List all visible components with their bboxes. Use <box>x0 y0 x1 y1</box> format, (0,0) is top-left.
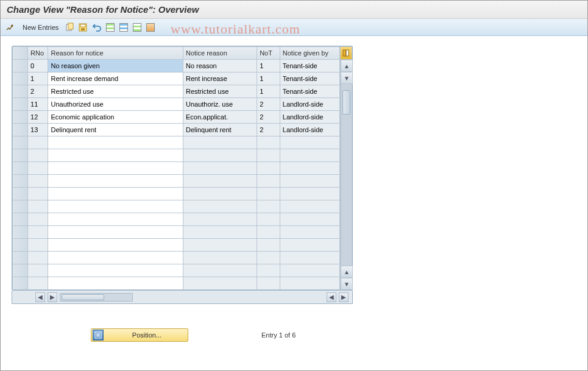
cell-given-by[interactable] <box>280 188 339 200</box>
cell-notice-reason[interactable]: Delinquent rent <box>183 124 257 136</box>
cell-not[interactable]: 1 <box>257 85 280 98</box>
cell-given-by[interactable] <box>280 239 339 252</box>
position-button[interactable]: Position... <box>91 328 188 342</box>
cell-not[interactable] <box>257 264 280 277</box>
column-header-given-by[interactable]: Notice given by <box>280 47 339 60</box>
cell-rno[interactable] <box>28 175 48 188</box>
transport-icon[interactable] <box>145 22 156 33</box>
cell-rno[interactable]: 2 <box>28 85 48 98</box>
cell-notice-reason[interactable] <box>183 200 257 213</box>
column-left-icon[interactable]: ◀ <box>327 292 336 302</box>
cell-rno[interactable] <box>28 200 48 213</box>
column-header-not[interactable]: NoT <box>257 47 280 60</box>
cell-notice-reason[interactable] <box>183 277 257 290</box>
row-handle[interactable] <box>13 188 28 200</box>
cell-notice-reason[interactable] <box>183 188 257 200</box>
row-handle-header[interactable] <box>13 47 28 60</box>
cell-rno[interactable] <box>28 188 48 200</box>
column-header-notice-reason[interactable]: Notice reason <box>183 47 257 60</box>
deselect-all-icon[interactable] <box>132 22 143 33</box>
cell-notice-reason[interactable]: No reason <box>183 60 257 72</box>
cell-not[interactable]: 2 <box>257 111 280 124</box>
cell-notice-reason[interactable] <box>183 252 257 264</box>
cell-reason[interactable] <box>48 136 183 149</box>
cell-notice-reason[interactable]: Econ.applicat. <box>183 111 257 124</box>
cell-rno[interactable]: 0 <box>28 60 48 72</box>
cell-not[interactable] <box>257 200 280 213</box>
cell-not[interactable] <box>257 175 280 188</box>
cell-notice-reason[interactable]: Rent increase <box>183 72 257 85</box>
row-handle[interactable] <box>13 60 28 72</box>
cell-reason[interactable] <box>48 213 183 226</box>
cell-not[interactable] <box>257 213 280 226</box>
cell-given-by[interactable] <box>280 252 339 264</box>
row-handle[interactable] <box>13 226 28 239</box>
cell-rno[interactable] <box>28 149 48 162</box>
cell-not[interactable]: 1 <box>257 60 280 72</box>
cell-not[interactable]: 2 <box>257 124 280 136</box>
cell-reason[interactable]: No reason given <box>48 60 183 72</box>
undo-icon[interactable] <box>91 22 102 33</box>
horizontal-scrollbar[interactable]: ◀ ▶ ◀ ▶ <box>12 291 353 304</box>
copy-icon[interactable] <box>65 22 76 33</box>
cell-notice-reason[interactable]: Restricted use <box>183 85 257 98</box>
cell-not[interactable]: 2 <box>257 98 280 111</box>
cell-rno[interactable] <box>28 226 48 239</box>
cell-rno[interactable]: 13 <box>28 124 48 136</box>
cell-given-by[interactable] <box>280 226 339 239</box>
cell-rno[interactable] <box>28 252 48 264</box>
cell-reason[interactable] <box>48 175 183 188</box>
cell-rno[interactable]: 1 <box>28 72 48 85</box>
column-header-reason[interactable]: Reason for notice <box>48 47 183 60</box>
cell-reason[interactable]: Economic application <box>48 111 183 124</box>
cell-reason[interactable] <box>48 200 183 213</box>
toggle-display-icon[interactable] <box>5 22 16 33</box>
cell-rno[interactable] <box>28 136 48 149</box>
cell-reason[interactable] <box>48 264 183 277</box>
cell-not[interactable] <box>257 252 280 264</box>
cell-not[interactable] <box>257 226 280 239</box>
row-handle[interactable] <box>13 213 28 226</box>
save-icon[interactable] <box>78 22 89 33</box>
row-handle[interactable] <box>13 136 28 149</box>
cell-rno[interactable] <box>28 239 48 252</box>
row-handle[interactable] <box>13 162 28 175</box>
new-entries-button[interactable]: New Entries <box>19 24 62 31</box>
cell-given-by[interactable]: Tenant-side <box>280 72 339 85</box>
scroll-down-icon[interactable]: ▼ <box>341 278 353 290</box>
cell-rno[interactable] <box>28 213 48 226</box>
cell-given-by[interactable] <box>280 136 339 149</box>
cell-rno[interactable] <box>28 264 48 277</box>
cell-notice-reason[interactable]: Unauthoriz. use <box>183 98 257 111</box>
row-handle[interactable] <box>13 124 28 136</box>
cell-notice-reason[interactable] <box>183 162 257 175</box>
row-handle[interactable] <box>13 111 28 124</box>
cell-notice-reason[interactable] <box>183 175 257 188</box>
row-handle[interactable] <box>13 277 28 290</box>
cell-reason[interactable]: Rent increase demand <box>48 72 183 85</box>
row-handle[interactable] <box>13 200 28 213</box>
cell-rno[interactable] <box>28 277 48 290</box>
cell-reason[interactable] <box>48 162 183 175</box>
cell-notice-reason[interactable] <box>183 213 257 226</box>
scroll-thumb[interactable] <box>342 90 350 115</box>
cell-rno[interactable]: 12 <box>28 111 48 124</box>
page-down-icon[interactable]: ▲ <box>341 266 353 278</box>
configure-columns-icon[interactable] <box>340 46 352 60</box>
select-block-icon[interactable] <box>118 22 129 33</box>
cell-notice-reason[interactable] <box>183 226 257 239</box>
cell-reason[interactable]: Restricted use <box>48 85 183 98</box>
scroll-right-step-icon[interactable]: ▶ <box>48 292 57 302</box>
row-handle[interactable] <box>13 85 28 98</box>
cell-not[interactable] <box>257 149 280 162</box>
cell-rno[interactable] <box>28 162 48 175</box>
row-handle[interactable] <box>13 149 28 162</box>
cell-notice-reason[interactable] <box>183 264 257 277</box>
cell-notice-reason[interactable] <box>183 149 257 162</box>
row-handle[interactable] <box>13 264 28 277</box>
cell-given-by[interactable]: Tenant-side <box>280 85 339 98</box>
column-right-icon[interactable]: ▶ <box>339 292 349 302</box>
cell-not[interactable] <box>257 162 280 175</box>
cell-not[interactable] <box>257 239 280 252</box>
cell-reason[interactable]: Unauthorized use <box>48 98 183 111</box>
